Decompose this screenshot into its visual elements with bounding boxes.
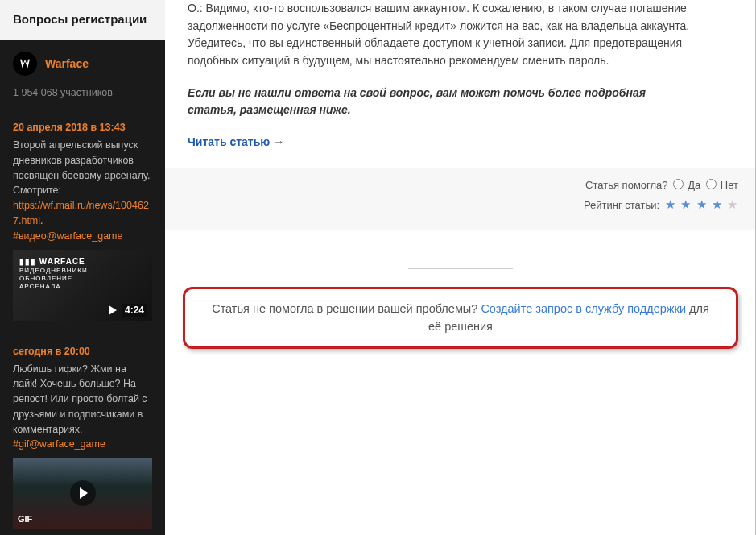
article-paragraph-emphasis: Если вы не нашли ответа на свой вопрос, … — [188, 85, 695, 119]
feedback-helped-label: Статья помогла? — [585, 179, 667, 191]
arrow-right-icon: → — [273, 135, 284, 148]
post-date: сегодня в 20:00 — [13, 346, 152, 357]
subscriber-count: 1 954 068 участников — [13, 87, 152, 98]
play-icon — [109, 305, 117, 315]
post-text: Второй апрельский выпуск дневников разра… — [13, 138, 152, 229]
rating-stars[interactable]: ★ ★ ★ ★ ★ — [665, 197, 738, 211]
video-thumbnail[interactable]: ▮▮▮ WARFACE ВИДЕОДНЕВНИКИ ОБНОВЛЕНИЕ АРС… — [13, 250, 152, 321]
support-callout: Статья не помогла в решении вашей пробле… — [183, 287, 738, 350]
widget-post: сегодня в 20:00 Любишь гифки? Жми на лай… — [13, 346, 152, 529]
feedback-panel: Статья помогла? Да Нет Рейтинг статьи: ★… — [165, 168, 756, 230]
read-more-link[interactable]: Читать статью — [188, 135, 270, 148]
feedback-yes-radio[interactable] — [673, 179, 684, 189]
widget-header[interactable]: Warface — [13, 52, 152, 76]
feedback-no-label[interactable]: Нет — [721, 179, 738, 191]
main-content: О.: Видимо, кто-то воспользовался вашим … — [165, 0, 756, 535]
feedback-rating-label: Рейтинг статьи: — [584, 199, 659, 211]
post-text: Любишь гифки? Жми на лайк! Хочешь больше… — [13, 362, 152, 438]
feedback-helped-row: Статья помогла? Да Нет — [183, 179, 738, 191]
post-hashtag[interactable]: #gif@warface_game — [13, 438, 152, 450]
create-support-request-link[interactable]: Создайте запрос в службу поддержки — [481, 302, 686, 315]
article-body: О.: Видимо, кто-то воспользовался вашим … — [165, 0, 713, 151]
callout-text-before: Статья не помогла в решении вашей пробле… — [212, 302, 481, 315]
sidebar: Вопросы регистрации Warface 1 954 068 уч… — [0, 0, 165, 535]
community-widget: Warface 1 954 068 участников 20 апреля 2… — [0, 40, 165, 535]
post-link[interactable]: https://wf.mail.ru/news/1004627.html — [13, 200, 149, 226]
gif-label: GIF — [18, 514, 32, 524]
video-duration: 4:24 — [122, 304, 147, 317]
gif-thumbnail[interactable]: GIF — [13, 458, 152, 529]
play-icon — [70, 480, 96, 506]
widget-name[interactable]: Warface — [45, 57, 89, 70]
feedback-yes-label[interactable]: Да — [688, 179, 700, 191]
widget-post: 20 апреля 2018 в 13:43 Второй апрельский… — [13, 122, 152, 321]
feedback-rating-row: Рейтинг статьи: ★ ★ ★ ★ ★ — [183, 197, 738, 212]
post-date: 20 апреля 2018 в 13:43 — [13, 122, 152, 133]
post-hashtag[interactable]: #видео@warface_game — [13, 230, 152, 242]
video-overlay-text: ▮▮▮ WARFACE ВИДЕОДНЕВНИКИ ОБНОВЛЕНИЕ АРС… — [19, 256, 88, 292]
sidebar-title: Вопросы регистрации — [0, 0, 165, 40]
article-paragraph: О.: Видимо, кто-то воспользовался вашим … — [188, 0, 695, 70]
warface-logo-icon — [13, 52, 37, 76]
separator — [408, 268, 513, 269]
feedback-no-radio[interactable] — [706, 179, 717, 189]
